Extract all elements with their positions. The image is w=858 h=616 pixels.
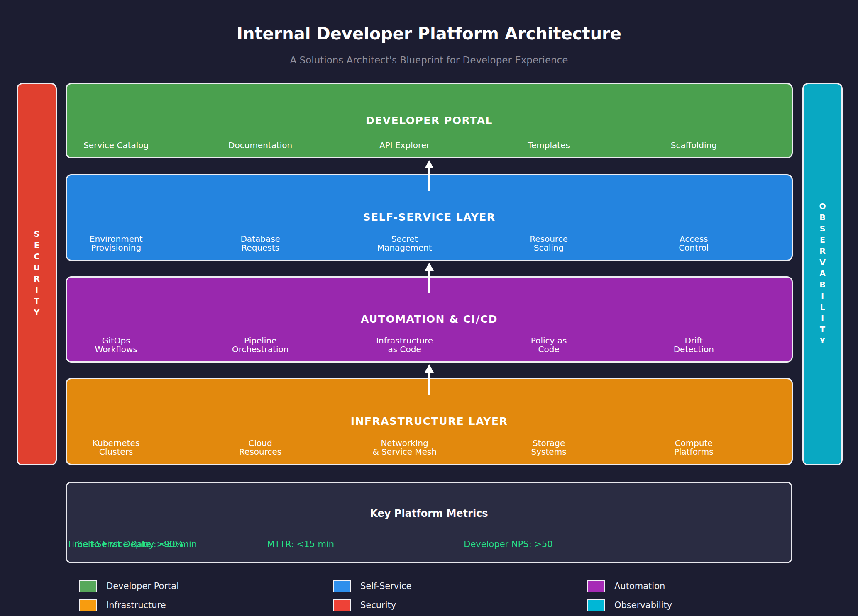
infrastructure-band-items: Kubernetes Clusters Cloud Resources Netw… xyxy=(67,438,792,456)
band-item: API Explorer xyxy=(379,141,430,150)
security-bar-label: SECURITY xyxy=(32,229,42,319)
band-item: Access Control xyxy=(679,235,709,252)
band-item: Templates xyxy=(528,141,570,150)
legend-item: Observability xyxy=(587,596,841,615)
band-item: Kubernetes Clusters xyxy=(93,439,139,456)
legend-label: Observability xyxy=(614,600,672,610)
band-item: Storage Systems xyxy=(531,439,567,456)
developer-portal-band-title: DEVELOPER PORTAL xyxy=(67,114,792,127)
band-item: Networking & Service Mesh xyxy=(372,439,437,456)
band-item: Scaffolding xyxy=(671,141,717,150)
legend-label: Infrastructure xyxy=(106,600,166,610)
legend-swatch-developer-portal xyxy=(79,580,97,592)
legend-label: Self-Service xyxy=(360,581,412,591)
page-subtitle: A Solutions Architect's Blueprint for De… xyxy=(0,55,858,66)
developer-portal-band: DEVELOPER PORTAL Service Catalog Documen… xyxy=(66,83,793,158)
arrow-head xyxy=(425,364,434,373)
band-item: Compute Platforms xyxy=(674,439,714,456)
band-item: GitOps Workflows xyxy=(95,336,137,354)
band-item: Service Catalog xyxy=(83,141,149,150)
legend-swatch-security xyxy=(333,599,351,611)
legend: Developer Portal Self-Service Automation… xyxy=(79,577,843,615)
arrow-head xyxy=(425,263,434,271)
band-item: Drift Detection xyxy=(674,336,714,354)
metric-developer-nps: Developer NPS: >50 xyxy=(464,539,552,549)
legend-label: Automation xyxy=(614,581,665,591)
observability-bar-label: OBSERVABILITY xyxy=(818,202,827,347)
band-item: Cloud Resources xyxy=(239,439,281,456)
legend-swatch-self-service xyxy=(333,580,351,592)
arrow-head xyxy=(425,160,434,168)
legend-swatch-automation xyxy=(587,580,605,592)
band-item: Database Requests xyxy=(240,235,280,252)
arrow-shaft xyxy=(428,168,430,191)
self-service-band-title: SELF-SERVICE LAYER xyxy=(67,211,792,223)
automation-cicd-band-items: GitOps Workflows Pipeline Orchestration … xyxy=(67,336,792,354)
legend-label: Security xyxy=(360,600,396,610)
automation-cicd-band-title: AUTOMATION & CI/CD xyxy=(67,313,792,325)
up-arrow-icon xyxy=(425,263,434,293)
legend-item: Developer Portal xyxy=(79,577,333,596)
arrow-shaft xyxy=(428,270,430,293)
metrics-panel-title: Key Platform Metrics xyxy=(67,508,791,519)
infrastructure-band-title: INFRASTRUCTURE LAYER xyxy=(67,415,792,427)
band-item: Policy as Code xyxy=(531,336,567,354)
up-arrow-icon xyxy=(425,364,434,395)
developer-portal-band-items: Service Catalog Documentation API Explor… xyxy=(67,131,792,150)
arrow-shaft xyxy=(428,372,430,395)
band-item: Secret Management xyxy=(377,235,432,252)
band-item: Resource Scaling xyxy=(530,235,568,252)
legend-item: Self-Service xyxy=(333,577,587,596)
legend-swatch-observability xyxy=(587,599,605,611)
band-item: Infrastructure as Code xyxy=(376,336,433,354)
legend-swatch-infrastructure xyxy=(79,599,97,611)
metric-self-service-rate: Self-Service Rate: >90% xyxy=(77,539,183,549)
metric-mttr: MTTR: <15 min xyxy=(267,539,334,549)
legend-item: Infrastructure xyxy=(79,596,333,615)
metrics-panel: Key Platform Metrics Time to First Deplo… xyxy=(66,482,792,563)
up-arrow-icon xyxy=(425,160,434,191)
self-service-band-items: Environment Provisioning Database Reques… xyxy=(67,234,792,252)
band-item: Pipeline Orchestration xyxy=(232,336,289,354)
legend-item: Security xyxy=(333,596,587,615)
observability-bar: OBSERVABILITY xyxy=(802,83,843,465)
legend-label: Developer Portal xyxy=(106,581,179,591)
legend-item: Automation xyxy=(587,577,841,596)
band-item: Documentation xyxy=(228,141,292,150)
band-item: Environment Provisioning xyxy=(90,235,143,252)
page-title: Internal Developer Platform Architecture xyxy=(0,24,858,43)
security-bar: SECURITY xyxy=(17,83,57,465)
